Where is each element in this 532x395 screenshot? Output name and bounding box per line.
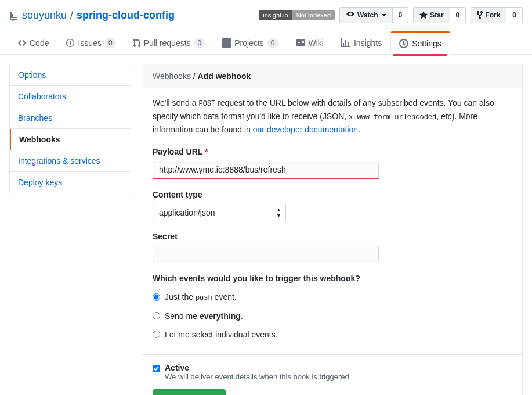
sidebar-item-webhooks[interactable]: Webhooks <box>10 129 131 150</box>
breadcrumb: Webhooks / Add webhook <box>143 64 522 88</box>
events-question-label: Which events would you like to trigger t… <box>153 274 513 283</box>
repo-icon <box>9 9 19 21</box>
settings-menu: Options Collaborators Branches Webhooks … <box>9 64 131 193</box>
description: We'll send a POST request to the URL bel… <box>153 96 513 137</box>
repo-owner-link[interactable]: souyunku <box>22 9 67 21</box>
add-webhook-button[interactable]: Add webhook <box>153 389 226 395</box>
event-individual-label[interactable]: Let me select individual events. <box>165 330 278 339</box>
docs-link[interactable]: our developer documentation <box>253 125 358 134</box>
tab-insights[interactable]: Insights <box>332 31 390 54</box>
divider <box>143 354 522 355</box>
watch-count[interactable]: 0 <box>393 7 409 23</box>
tab-issues[interactable]: Issues 0 <box>57 31 124 54</box>
sidebar-item-options[interactable]: Options <box>10 64 131 86</box>
tab-settings[interactable]: Settings <box>390 31 450 55</box>
repo-name-link[interactable]: spring-cloud-config <box>77 9 175 21</box>
tab-wiki[interactable]: Wiki <box>287 31 332 54</box>
watch-button[interactable]: Watch <box>339 7 393 23</box>
payload-url-input[interactable] <box>153 161 379 178</box>
event-push-radio[interactable] <box>153 293 160 301</box>
insight-badge: insight.io Not Indexed <box>259 10 335 20</box>
fork-count[interactable]: 0 <box>506 7 523 23</box>
content-type-label: Content type <box>153 190 513 199</box>
caret-down-icon <box>382 14 386 16</box>
star-count[interactable]: 0 <box>450 7 466 23</box>
path-separator: / <box>70 9 73 21</box>
active-hint: We will deliver event details when this … <box>165 372 351 381</box>
event-individual-radio[interactable] <box>153 331 160 338</box>
secret-input[interactable] <box>153 246 379 263</box>
content-type-select[interactable]: application/json <box>153 204 286 221</box>
event-push-label[interactable]: Just the push event. <box>165 292 237 302</box>
payload-url-label: Payload URL * <box>153 147 513 156</box>
sidebar-item-integrations[interactable]: Integrations & services <box>10 150 131 172</box>
event-everything-radio[interactable] <box>153 312 160 319</box>
sidebar-item-branches[interactable]: Branches <box>10 107 131 129</box>
active-checkbox[interactable] <box>153 365 160 372</box>
tab-pull-requests[interactable]: Pull requests 0 <box>125 31 214 54</box>
active-label[interactable]: Active <box>165 363 189 372</box>
event-everything-label[interactable]: Send me everything. <box>165 311 243 321</box>
sidebar-item-deploy-keys[interactable]: Deploy keys <box>10 172 131 193</box>
fork-button[interactable]: Fork <box>471 7 506 23</box>
secret-label: Secret <box>153 232 513 241</box>
star-button[interactable]: Star <box>413 7 450 23</box>
tab-projects[interactable]: Projects 0 <box>213 31 287 54</box>
tab-code[interactable]: Code <box>9 31 57 54</box>
sidebar-item-collaborators[interactable]: Collaborators <box>10 86 131 107</box>
